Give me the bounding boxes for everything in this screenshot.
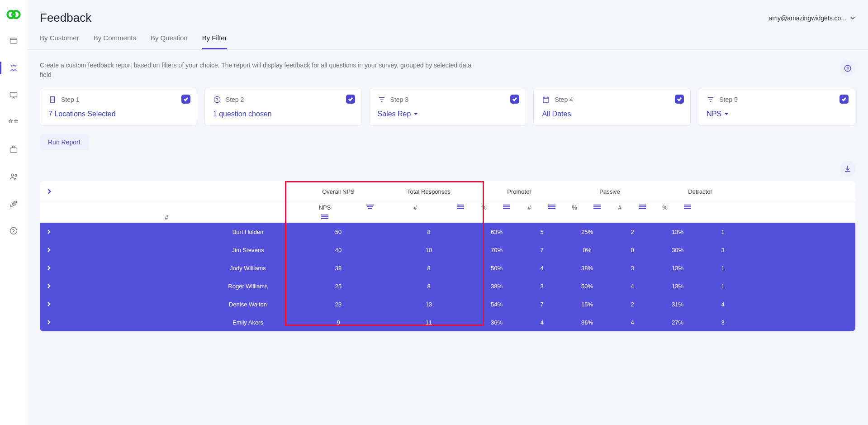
row-detractor-n: 3 xyxy=(700,247,745,253)
sort-icon[interactable] xyxy=(630,204,655,211)
step-label: Step 5 xyxy=(719,96,737,103)
check-icon xyxy=(181,95,190,104)
check-icon xyxy=(840,95,849,104)
row-passive-pct: 15% xyxy=(564,301,610,308)
row-promoter-n: 7 xyxy=(519,301,564,308)
row-promoter-pct: 54% xyxy=(474,301,519,308)
row-promoter-pct: 63% xyxy=(474,229,519,235)
row-nps: 38 xyxy=(293,265,384,272)
sub-nps: NPS xyxy=(293,204,356,211)
table-row: Roger Williams 25 8 38% 3 50% 4 13% 1 xyxy=(40,277,855,295)
col-total-responses: Total Responses xyxy=(384,188,474,195)
svg-rect-3 xyxy=(10,92,17,97)
run-report-button[interactable]: Run Report xyxy=(40,134,89,150)
app-logo xyxy=(5,6,22,23)
step-label: Step 3 xyxy=(390,96,408,103)
expand-row-button[interactable] xyxy=(40,320,58,325)
step-3[interactable]: Step 3 Sales Rep xyxy=(369,88,526,126)
row-detractor-pct: 31% xyxy=(655,301,700,308)
row-detractor-n: 4 xyxy=(700,301,745,308)
sort-icon[interactable] xyxy=(539,204,564,211)
expand-row-button[interactable] xyxy=(40,283,58,289)
building-icon xyxy=(48,96,57,104)
filter-icon xyxy=(378,96,386,104)
row-detractor-pct: 30% xyxy=(655,247,700,253)
row-detractor-n: 3 xyxy=(700,319,745,326)
row-promoter-n: 3 xyxy=(519,283,564,290)
col-overall-nps: Overall NPS xyxy=(293,188,384,195)
sort-icon[interactable] xyxy=(675,204,700,211)
svg-rect-10 xyxy=(51,96,55,103)
step-label: Step 4 xyxy=(555,96,573,103)
sub-total: # xyxy=(384,204,447,211)
row-detractor-pct: 13% xyxy=(655,265,700,272)
tab-by-comments[interactable]: By Comments xyxy=(94,34,136,49)
sort-icon[interactable] xyxy=(584,204,610,211)
page-title: Feedback xyxy=(40,11,91,25)
sidebar-item-reviews[interactable] xyxy=(5,113,23,131)
tab-by-customer[interactable]: By Customer xyxy=(40,34,79,49)
col-detractor: Detractor xyxy=(655,188,745,195)
check-icon xyxy=(675,95,684,104)
row-passive-n: 4 xyxy=(610,319,655,326)
row-passive-n: 2 xyxy=(610,229,655,235)
user-menu[interactable]: amy@amazingwidgets.co... xyxy=(769,14,855,22)
step-4-value[interactable]: All Dates xyxy=(542,110,682,118)
help-button[interactable] xyxy=(840,61,855,76)
sort-icon[interactable] xyxy=(356,204,384,211)
row-promoter-pct: 36% xyxy=(474,319,519,326)
row-passive-n: 0 xyxy=(610,247,655,253)
sort-icon[interactable] xyxy=(494,204,519,211)
expand-row-button[interactable] xyxy=(40,265,58,271)
svg-point-5 xyxy=(11,174,14,176)
step-1-value[interactable]: 7 Locations Selected xyxy=(48,110,189,118)
expand-row-button[interactable] xyxy=(40,229,58,234)
row-name: Roger Williams xyxy=(58,283,293,290)
svg-point-7 xyxy=(14,202,15,203)
step-5-value[interactable]: NPS xyxy=(707,110,847,118)
row-total: 8 xyxy=(384,265,474,272)
row-nps: 25 xyxy=(293,283,384,290)
row-passive-n: 4 xyxy=(610,283,655,290)
row-name: Emily Akers xyxy=(58,319,293,326)
table-row: Jim Stevens 40 10 70% 7 0% 0 30% 3 xyxy=(40,241,855,259)
step-1[interactable]: Step 1 7 Locations Selected xyxy=(40,88,197,126)
sidebar-item-help[interactable] xyxy=(5,222,23,240)
expand-row-button[interactable] xyxy=(40,301,58,307)
sidebar-item-users[interactable] xyxy=(5,167,23,186)
main: Feedback amy@amazingwidgets.co... By Cus… xyxy=(27,0,868,425)
row-promoter-pct: 70% xyxy=(474,247,519,253)
check-icon xyxy=(510,95,519,104)
sidebar-item-feedback[interactable] xyxy=(5,59,23,77)
row-detractor-n: 1 xyxy=(700,229,745,235)
tabs: By Customer By Comments By Question By F… xyxy=(27,30,868,50)
sort-icon[interactable] xyxy=(447,204,474,211)
svg-rect-12 xyxy=(543,97,549,103)
row-promoter-pct: 38% xyxy=(474,283,519,290)
row-total: 8 xyxy=(384,229,474,235)
sidebar-item-briefcase[interactable] xyxy=(5,140,23,158)
step-2-value[interactable]: 1 question chosen xyxy=(213,110,353,118)
sub-ap: % xyxy=(564,204,584,211)
step-4[interactable]: Step 4 All Dates xyxy=(533,88,691,126)
step-3-value[interactable]: Sales Rep xyxy=(378,110,518,118)
description: Create a custom feedback report based on… xyxy=(40,61,474,80)
row-total: 11 xyxy=(384,319,474,326)
sort-icon[interactable] xyxy=(293,214,356,221)
sidebar-item-rocket[interactable] xyxy=(5,195,23,213)
sidebar-item-dashboard[interactable] xyxy=(5,32,23,50)
tab-by-question[interactable]: By Question xyxy=(151,34,188,49)
download-button[interactable] xyxy=(840,161,855,177)
sidebar-item-comments[interactable] xyxy=(5,86,23,104)
row-detractor-n: 1 xyxy=(700,283,745,290)
expand-all-button[interactable] xyxy=(40,188,293,195)
step-5[interactable]: Step 5 NPS xyxy=(698,88,855,126)
step-2[interactable]: Step 2 1 question chosen xyxy=(204,88,362,126)
row-passive-pct: 36% xyxy=(564,319,610,326)
tab-by-filter[interactable]: By Filter xyxy=(202,34,227,49)
expand-row-button[interactable] xyxy=(40,247,58,253)
sidebar xyxy=(0,0,27,425)
row-nps: 23 xyxy=(293,301,384,308)
row-total: 10 xyxy=(384,247,474,253)
row-promoter-n: 4 xyxy=(519,265,564,272)
